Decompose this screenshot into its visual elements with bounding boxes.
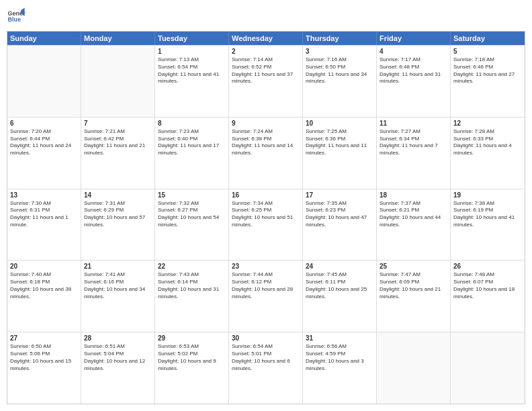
cal-cell: 24Sunrise: 7:45 AMSunset: 6:11 PMDayligh… [303, 261, 377, 332]
cal-cell: 5Sunrise: 7:18 AMSunset: 6:46 PMDaylight… [451, 46, 525, 117]
cal-cell: 3Sunrise: 7:16 AMSunset: 6:50 PMDaylight… [303, 46, 377, 117]
day-number: 15 [158, 191, 226, 199]
cell-daylight-info: Sunrise: 7:43 AMSunset: 6:14 PMDaylight:… [158, 271, 226, 300]
cal-cell: 10Sunrise: 7:25 AMSunset: 6:36 PMDayligh… [303, 118, 377, 189]
cell-daylight-info: Sunrise: 6:51 AMSunset: 5:04 PMDaylight:… [84, 343, 152, 372]
cal-cell: 11Sunrise: 7:27 AMSunset: 6:34 PMDayligh… [377, 118, 451, 189]
cal-cell: 2Sunrise: 7:14 AMSunset: 6:52 PMDaylight… [229, 46, 303, 117]
cell-daylight-info: Sunrise: 7:13 AMSunset: 6:54 PMDaylight:… [158, 56, 226, 85]
cal-cell: 16Sunrise: 7:34 AMSunset: 6:25 PMDayligh… [229, 189, 303, 261]
cal-cell: 15Sunrise: 7:32 AMSunset: 6:27 PMDayligh… [155, 189, 229, 261]
cell-daylight-info: Sunrise: 7:45 AMSunset: 6:11 PMDaylight:… [306, 271, 373, 300]
day-number: 24 [306, 263, 373, 270]
cell-daylight-info: Sunrise: 7:48 AMSunset: 6:07 PMDaylight:… [453, 271, 522, 300]
day-number: 20 [10, 263, 78, 270]
cell-daylight-info: Sunrise: 6:50 AMSunset: 5:06 PMDaylight:… [10, 343, 78, 372]
day-number: 11 [380, 120, 447, 127]
header-day-wednesday: Wednesday [229, 32, 303, 45]
cell-daylight-info: Sunrise: 7:20 AMSunset: 6:44 PMDaylight:… [10, 128, 78, 157]
cal-cell [7, 46, 81, 117]
cal-cell [81, 46, 155, 117]
cell-daylight-info: Sunrise: 7:18 AMSunset: 6:46 PMDaylight:… [453, 56, 522, 85]
cell-daylight-info: Sunrise: 7:47 AMSunset: 6:09 PMDaylight:… [380, 271, 447, 300]
logo: General Blue [7, 7, 28, 26]
day-number: 28 [84, 334, 152, 342]
calendar-body: 1Sunrise: 7:13 AMSunset: 6:54 PMDaylight… [7, 45, 525, 404]
day-number: 10 [306, 120, 373, 127]
cell-daylight-info: Sunrise: 7:30 AMSunset: 6:31 PMDaylight:… [10, 200, 78, 229]
cal-cell: 28Sunrise: 6:51 AMSunset: 5:04 PMDayligh… [81, 332, 155, 404]
day-number: 21 [84, 263, 152, 270]
cal-cell: 26Sunrise: 7:48 AMSunset: 6:07 PMDayligh… [451, 261, 525, 332]
header-day-tuesday: Tuesday [155, 32, 229, 45]
cal-cell: 18Sunrise: 7:37 AMSunset: 6:21 PMDayligh… [377, 189, 451, 261]
cell-daylight-info: Sunrise: 7:32 AMSunset: 6:27 PMDaylight:… [158, 200, 226, 229]
cell-daylight-info: Sunrise: 7:16 AMSunset: 6:50 PMDaylight:… [306, 56, 373, 85]
cell-daylight-info: Sunrise: 6:56 AMSunset: 4:59 PMDaylight:… [306, 343, 373, 372]
cal-cell: 1Sunrise: 7:13 AMSunset: 6:54 PMDaylight… [155, 46, 229, 117]
day-number: 8 [158, 120, 226, 127]
cal-cell: 25Sunrise: 7:47 AMSunset: 6:09 PMDayligh… [377, 261, 451, 332]
cal-cell: 23Sunrise: 7:44 AMSunset: 6:12 PMDayligh… [229, 261, 303, 332]
day-number: 30 [232, 334, 300, 342]
cell-daylight-info: Sunrise: 7:41 AMSunset: 6:16 PMDaylight:… [84, 271, 152, 300]
cell-daylight-info: Sunrise: 7:28 AMSunset: 6:33 PMDaylight:… [453, 128, 522, 157]
cell-daylight-info: Sunrise: 7:31 AMSunset: 6:29 PMDaylight:… [84, 200, 152, 229]
day-number: 22 [158, 263, 226, 270]
cell-daylight-info: Sunrise: 7:38 AMSunset: 6:19 PMDaylight:… [453, 200, 522, 229]
day-number: 26 [453, 263, 522, 270]
day-number: 2 [232, 48, 300, 55]
day-number: 14 [84, 191, 152, 199]
calendar: SundayMondayTuesdayWednesdayThursdayFrid… [7, 31, 525, 404]
header-day-friday: Friday [377, 32, 451, 45]
cal-cell: 22Sunrise: 7:43 AMSunset: 6:14 PMDayligh… [155, 261, 229, 332]
day-number: 29 [158, 334, 226, 342]
cell-daylight-info: Sunrise: 7:23 AMSunset: 6:40 PMDaylight:… [158, 128, 226, 157]
day-number: 7 [84, 120, 152, 127]
cal-cell: 29Sunrise: 6:53 AMSunset: 5:02 PMDayligh… [155, 332, 229, 404]
day-number: 19 [453, 191, 522, 199]
header-day-monday: Monday [81, 32, 155, 45]
cal-cell: 8Sunrise: 7:23 AMSunset: 6:40 PMDaylight… [155, 118, 229, 189]
day-number: 16 [232, 191, 300, 199]
day-number: 27 [10, 334, 78, 342]
cal-cell: 19Sunrise: 7:38 AMSunset: 6:19 PMDayligh… [451, 189, 525, 261]
cell-daylight-info: Sunrise: 6:54 AMSunset: 5:01 PMDaylight:… [232, 343, 300, 372]
page: General Blue SundayMondayTuesdayWednesda… [0, 0, 532, 411]
cal-cell: 17Sunrise: 7:35 AMSunset: 6:23 PMDayligh… [303, 189, 377, 261]
cal-cell: 27Sunrise: 6:50 AMSunset: 5:06 PMDayligh… [7, 332, 81, 404]
header-day-thursday: Thursday [303, 32, 377, 45]
header: General Blue [7, 7, 525, 26]
cell-daylight-info: Sunrise: 7:27 AMSunset: 6:34 PMDaylight:… [380, 128, 447, 157]
calendar-row-2: 13Sunrise: 7:30 AMSunset: 6:31 PMDayligh… [7, 189, 525, 261]
cell-daylight-info: Sunrise: 7:44 AMSunset: 6:12 PMDaylight:… [232, 271, 300, 300]
cal-cell: 12Sunrise: 7:28 AMSunset: 6:33 PMDayligh… [451, 118, 525, 189]
cal-cell: 31Sunrise: 6:56 AMSunset: 4:59 PMDayligh… [303, 332, 377, 404]
cal-cell: 4Sunrise: 7:17 AMSunset: 6:48 PMDaylight… [377, 46, 451, 117]
day-number: 23 [232, 263, 300, 270]
cal-cell: 6Sunrise: 7:20 AMSunset: 6:44 PMDaylight… [7, 118, 81, 189]
day-number: 31 [306, 334, 373, 342]
day-number: 12 [453, 120, 522, 127]
calendar-row-1: 6Sunrise: 7:20 AMSunset: 6:44 PMDaylight… [7, 117, 525, 189]
cell-daylight-info: Sunrise: 7:14 AMSunset: 6:52 PMDaylight:… [232, 56, 300, 85]
day-number: 5 [453, 48, 522, 55]
cal-cell: 20Sunrise: 7:40 AMSunset: 6:18 PMDayligh… [7, 261, 81, 332]
header-day-saturday: Saturday [451, 32, 525, 45]
cal-cell: 30Sunrise: 6:54 AMSunset: 5:01 PMDayligh… [229, 332, 303, 404]
cell-daylight-info: Sunrise: 7:21 AMSunset: 6:42 PMDaylight:… [84, 128, 152, 157]
cal-cell [377, 332, 451, 404]
calendar-row-4: 27Sunrise: 6:50 AMSunset: 5:06 PMDayligh… [7, 332, 525, 404]
cal-cell: 7Sunrise: 7:21 AMSunset: 6:42 PMDaylight… [81, 118, 155, 189]
calendar-header: SundayMondayTuesdayWednesdayThursdayFrid… [7, 32, 525, 45]
cal-cell: 21Sunrise: 7:41 AMSunset: 6:16 PMDayligh… [81, 261, 155, 332]
header-day-sunday: Sunday [7, 32, 81, 45]
cal-cell: 14Sunrise: 7:31 AMSunset: 6:29 PMDayligh… [81, 189, 155, 261]
cell-daylight-info: Sunrise: 7:24 AMSunset: 6:38 PMDaylight:… [232, 128, 300, 157]
calendar-row-0: 1Sunrise: 7:13 AMSunset: 6:54 PMDaylight… [7, 45, 525, 117]
day-number: 1 [158, 48, 226, 55]
day-number: 25 [380, 263, 447, 270]
logo-icon: General Blue [7, 7, 26, 26]
svg-text:Blue: Blue [7, 16, 21, 23]
cell-daylight-info: Sunrise: 7:37 AMSunset: 6:21 PMDaylight:… [380, 200, 447, 229]
